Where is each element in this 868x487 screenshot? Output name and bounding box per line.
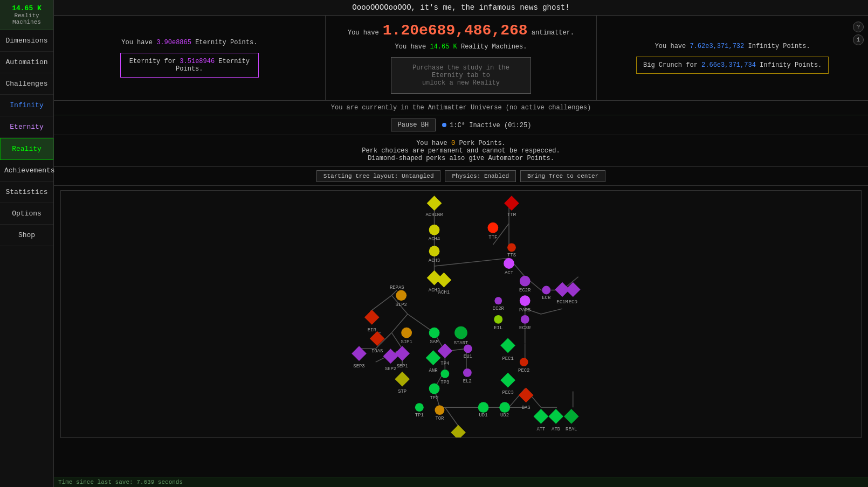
node-act[interactable]: [504, 258, 514, 269]
node-ud2[interactable]: [499, 402, 510, 413]
node-ud1[interactable]: [478, 402, 489, 413]
node-pec1[interactable]: [500, 338, 515, 353]
node-ec2r2[interactable]: [494, 297, 502, 304]
node-ttf[interactable]: [487, 222, 498, 233]
physics-toggle-button[interactable]: Physics: Enabled: [445, 170, 516, 182]
node-sip2[interactable]: [396, 290, 407, 301]
reality-machines-value: 14.65 K: [2, 4, 51, 12]
node-ioas[interactable]: [370, 331, 385, 346]
sidebar-item-shop[interactable]: Shop: [0, 225, 53, 246]
svg-text:ATT: ATT: [536, 427, 545, 432]
sidebar-item-eternity[interactable]: Eternity: [0, 116, 53, 138]
ep-value: 3.90e8865: [156, 39, 191, 46]
svg-line-4: [435, 258, 509, 266]
node-tor[interactable]: [435, 405, 445, 415]
node-sep2[interactable]: [383, 349, 398, 364]
tree-layout-button[interactable]: Starting tree layout: Untangled: [316, 170, 441, 182]
perk-tree-svg: ACHINR ACH4 ACH3 ACH2 ACH1 TTM TTF TTS: [61, 191, 861, 437]
node-atd[interactable]: [548, 409, 563, 424]
node-anr[interactable]: [426, 350, 441, 365]
svg-text:TTF: TTF: [488, 235, 497, 240]
node-sep1[interactable]: [395, 346, 410, 361]
status-dot-icon: [442, 123, 446, 127]
node-ecr[interactable]: [542, 286, 550, 295]
node-sip1[interactable]: [401, 328, 412, 338]
reality-machines-label: RealityMachines: [2, 12, 51, 25]
svg-text:TTS: TTS: [507, 253, 516, 258]
node-pec3[interactable]: [500, 373, 515, 388]
node-tp3[interactable]: [440, 370, 449, 378]
svg-text:TTM: TTM: [507, 212, 516, 218]
svg-text:DAS: DAS: [522, 405, 531, 411]
status-bar: Time since last save: 7.639 seconds: [54, 477, 868, 487]
sidebar-item-options[interactable]: Options: [0, 203, 53, 225]
antimatter-label: You have 1.20e689,486,268 antimatter.: [348, 22, 574, 39]
sidebar-item-challenges[interactable]: Challenges: [0, 73, 53, 95]
node-eir[interactable]: [364, 310, 380, 325]
node-stp[interactable]: [395, 372, 410, 387]
node-par5[interactable]: [520, 295, 531, 306]
sidebar-item-statistics[interactable]: Statistics: [0, 182, 53, 203]
sidebar-item-achievements[interactable]: Achievements: [0, 160, 53, 182]
node-dln[interactable]: [451, 425, 466, 437]
bring-tree-center-button[interactable]: Bring Tree to center: [520, 170, 605, 182]
svg-text:EU1: EU1: [464, 354, 472, 359]
ip-label: You have 7.62e3,371,732 Infinity Points.: [655, 43, 810, 50]
node-tp1[interactable]: [415, 403, 424, 412]
node-tp2[interactable]: [429, 384, 440, 394]
node-tts[interactable]: [507, 243, 516, 252]
purchase-study-button[interactable]: Purchase the study in the Eternity tab t…: [391, 57, 531, 94]
svg-text:ACHINR: ACHINR: [426, 212, 444, 218]
status-indicator: 1:C⁰ Inactive (01:25): [442, 121, 531, 129]
node-real[interactable]: [564, 409, 579, 424]
svg-text:ANR: ANR: [429, 368, 438, 373]
node-att[interactable]: [534, 409, 549, 424]
node-tp4[interactable]: [437, 343, 452, 358]
node-ach4[interactable]: [429, 225, 440, 235]
node-ec2r[interactable]: [520, 276, 531, 287]
node-eu1[interactable]: [464, 344, 472, 353]
rm-label: You have 14.65 K Reality Machines.: [395, 43, 527, 51]
node-start[interactable]: [454, 326, 467, 339]
svg-line-42: [541, 309, 562, 314]
sidebar-item-automation[interactable]: Automation: [0, 52, 53, 73]
svg-text:SEP2: SEP2: [385, 366, 396, 372]
svg-text:SEP3: SEP3: [353, 364, 364, 369]
svg-text:TP3: TP3: [440, 380, 449, 385]
pause-bh-button[interactable]: Pause BH: [391, 119, 436, 131]
node-el2[interactable]: [463, 368, 472, 377]
sidebar-top-reality-machines[interactable]: 14.65 K RealityMachines: [0, 0, 53, 30]
perk-tree-area[interactable]: ACHINR ACH4 ACH3 ACH2 ACH1 TTM TTF TTS: [60, 190, 862, 438]
svg-text:SIP1: SIP1: [401, 339, 412, 345]
svg-text:ACH4: ACH4: [429, 236, 440, 242]
big-crunch-value: 2.66e3,371,734: [701, 61, 756, 69]
svg-text:ACT: ACT: [505, 270, 513, 276]
node-ach3[interactable]: [429, 246, 440, 256]
node-sep3[interactable]: [352, 346, 367, 361]
node-sam[interactable]: [429, 328, 440, 338]
sidebar-item-reality[interactable]: Reality: [0, 138, 53, 160]
perk-info: You have 0 Perk Points. Perk choices are…: [54, 135, 868, 167]
node-ttm[interactable]: [504, 196, 519, 211]
info-help-icon[interactable]: i: [853, 34, 864, 45]
node-ecd[interactable]: [566, 282, 581, 297]
node-pec2[interactable]: [520, 358, 528, 366]
svg-text:SAM: SAM: [430, 339, 439, 345]
node-das[interactable]: [519, 388, 534, 403]
node-eil[interactable]: [494, 315, 502, 324]
big-crunch-button[interactable]: Big Crunch for 2.66e3,371,734 Infinity P…: [636, 57, 829, 74]
svg-text:ECR: ECR: [542, 295, 551, 301]
svg-text:TP4: TP4: [440, 361, 449, 366]
svg-text:STP: STP: [398, 389, 407, 394]
eternity-button[interactable]: Eternity for 3.51e8946 EternityPoints.: [120, 53, 259, 78]
svg-text:REAL: REAL: [566, 427, 577, 432]
sidebar-item-infinity[interactable]: Infinity: [0, 95, 53, 116]
svg-line-33: [370, 295, 392, 311]
svg-text:EC2R: EC2R: [519, 288, 531, 293]
node-ec3r[interactable]: [521, 315, 529, 324]
question-help-icon[interactable]: ?: [853, 22, 864, 32]
sidebar-item-dimensions[interactable]: Dimensions: [0, 30, 53, 52]
svg-text:EC1M: EC1M: [556, 300, 568, 305]
infinity-panel: You have 7.62e3,371,732 Infinity Points.…: [597, 16, 868, 100]
node-achinr[interactable]: [427, 196, 442, 211]
